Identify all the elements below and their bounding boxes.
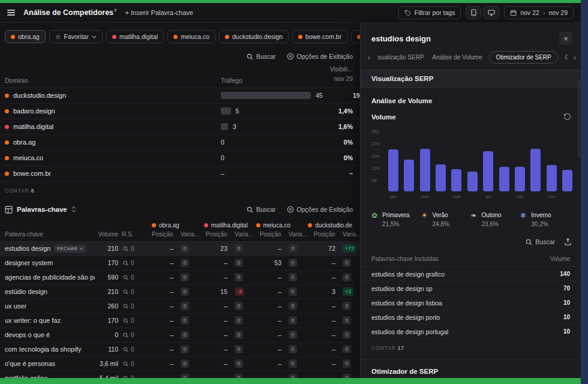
keyword-row[interactable]: portfolio online 5,4 mil 0 – 0 – (0, 371, 360, 379)
keyword-text: ux writer: o que faz (5, 317, 61, 324)
domain-row[interactable]: meiuca.co 0 0% (0, 151, 360, 166)
domain-row[interactable]: bowe.com.br – – (0, 166, 360, 182)
keyword-rs: 0 (122, 332, 152, 338)
volume-bar[interactable] (499, 167, 509, 191)
column-visibility[interactable]: Visibili... nov 29 (305, 65, 353, 84)
column-variation[interactable]: Varia... (343, 231, 360, 238)
keyword-row[interactable]: designer system 170 0 – 0 – (0, 256, 360, 271)
panel-scrollbar[interactable] (578, 80, 580, 158)
volume-bar[interactable] (436, 164, 446, 191)
variation-badge: 0 (181, 244, 189, 253)
filter-tags-button[interactable]: Filtrar por tags (398, 6, 461, 19)
tag-chip[interactable]: obra.ag (5, 30, 46, 43)
included-keyword-row[interactable]: estudios de design portugal 10 (361, 325, 581, 339)
panel-tab[interactable]: Análise de Volume (431, 52, 484, 63)
topbar: Análise de Competidores7 + Inserir Palav… (0, 3, 581, 23)
domain-row[interactable]: badaro.design 5 1,4% (0, 104, 360, 119)
volume-bar[interactable] (451, 169, 461, 191)
variation-badge: 0 (235, 273, 243, 281)
panel-tab[interactable]: Gerador de Briefs de Conteúd (564, 52, 568, 63)
tag-chip[interactable]: matilha.digital (106, 30, 164, 43)
variation-badge: 0 (181, 259, 189, 267)
column-traffic[interactable]: Tráfego (221, 77, 305, 84)
search-button[interactable]: Buscar (526, 238, 555, 245)
volume-bar[interactable] (547, 165, 557, 191)
keyword-rs: 0 (122, 361, 152, 367)
included-keyword-row[interactable]: estudios de design lisboa 10 (361, 296, 581, 310)
position-value: – (314, 259, 343, 266)
column-keyword[interactable]: Palavra-chave (5, 231, 95, 238)
keyword-text: portfolio online (5, 374, 48, 378)
included-keyword-row[interactable]: estudios de design sp 70 (361, 281, 581, 296)
history-button[interactable] (563, 113, 571, 121)
chevron-left-icon: ‹ (368, 53, 370, 62)
variation-badge: 0 (235, 345, 243, 353)
included-keyword-row[interactable]: estudios de design grafico 140 (361, 267, 581, 281)
domain-row[interactable]: duckstudio.design 45 19,9% (0, 88, 360, 104)
column-position[interactable]: Posição (314, 231, 343, 238)
column-position[interactable]: Posição (152, 231, 181, 238)
tag-chip[interactable]: badaro.design (351, 30, 360, 43)
export-button[interactable] (565, 238, 571, 245)
column-visibility-date: nov 29 (305, 74, 353, 84)
sort-icon[interactable] (71, 206, 76, 212)
column-variation[interactable]: Varia... (289, 231, 314, 238)
tag-color-dot (225, 35, 229, 39)
column-domain[interactable]: Dominio (5, 77, 221, 84)
keyword-row[interactable]: devops o que é 0 0 – 0 – (0, 328, 360, 343)
keyword-row[interactable]: com tecnologia da shopify 110 0 – 0 – (0, 343, 360, 357)
column-position[interactable]: Posição (260, 231, 289, 238)
volume-bar[interactable] (562, 170, 572, 191)
tag-chip[interactable]: ☆ Favoritar (49, 30, 103, 43)
domain-color-dot (5, 156, 9, 160)
volume-bar[interactable] (467, 172, 478, 191)
variation-badge: 0 (289, 287, 297, 296)
close-keyword-button[interactable]: FECHAR × (54, 245, 86, 253)
keyword-row[interactable]: estudios design FECHAR × 210 0 (0, 242, 360, 256)
variation-badge: 0 (289, 259, 297, 267)
keyword-row[interactable]: estúdio design 210 0 – 0 15 (0, 285, 360, 299)
column-variation[interactable]: Varia... (181, 231, 206, 238)
search-button[interactable]: Buscar (247, 53, 276, 60)
close-panel-button[interactable]: × (559, 32, 572, 45)
column-position[interactable]: Posição (206, 231, 235, 238)
volume-bar[interactable] (530, 149, 541, 191)
tabs-scroll-left-button[interactable]: ‹ (368, 53, 370, 62)
column-rs[interactable]: R.S. (122, 231, 152, 238)
column-variation[interactable]: Varia... (235, 231, 260, 238)
visibility-value: 0% (305, 139, 353, 146)
keyword-row[interactable]: agencias de publicidade são paulo 590 0 … (0, 271, 360, 285)
volume-bar[interactable] (404, 160, 414, 191)
tab-strip: sualização SERP Análise de Volume Otimiz… (376, 51, 567, 64)
panel-tab[interactable]: Otimizador de SERP (489, 51, 557, 64)
display-options-button[interactable]: Opções de Exibição (287, 53, 353, 60)
keyword-row[interactable]: ux writer: o que faz 170 0 – 0 – (0, 314, 360, 328)
date-range-button[interactable]: nov 22 › nov 29 (504, 6, 574, 19)
tag-chip[interactable]: meiuca.co (167, 30, 215, 43)
variation-badge: 0 (235, 302, 243, 310)
tabs-scroll-right-button[interactable]: › (574, 53, 576, 62)
volume-bar[interactable] (515, 167, 525, 191)
keyword-row[interactable]: ux user 260 0 – 0 – 0 (0, 299, 360, 314)
volume-bar[interactable] (420, 149, 430, 191)
bar-slot: jul (483, 127, 493, 191)
volume-bar[interactable] (388, 149, 398, 191)
search-button[interactable]: Buscar (247, 206, 276, 213)
volume-bar[interactable] (483, 151, 493, 191)
included-keyword-row[interactable]: estudios de design porto 10 (361, 310, 581, 325)
domain-row[interactable]: matilha.digital 3 1,6% (0, 119, 360, 135)
traffic-value: 45 (316, 92, 323, 99)
mobile-view-button[interactable] (466, 6, 481, 19)
domain-row[interactable]: obra.ag 0 0% (0, 135, 360, 151)
menu-button[interactable] (7, 10, 15, 16)
desktop-view-button[interactable] (484, 6, 499, 19)
search-icon (123, 318, 128, 323)
add-keyword-button[interactable]: + Inserir Palavra-chave (125, 9, 193, 16)
display-options-button[interactable]: Opções de Exibição (287, 206, 353, 213)
tag-chip[interactable]: duckstudio.design (219, 30, 289, 43)
tag-chip[interactable]: bowe.com.br (292, 30, 347, 43)
position-value: – (206, 259, 235, 266)
panel-tab[interactable]: sualização SERP (376, 52, 425, 63)
column-volume[interactable]: Volume (95, 231, 122, 238)
keyword-row[interactable]: o'que é personas 3,6 mil 0 – 0 – (0, 357, 360, 371)
